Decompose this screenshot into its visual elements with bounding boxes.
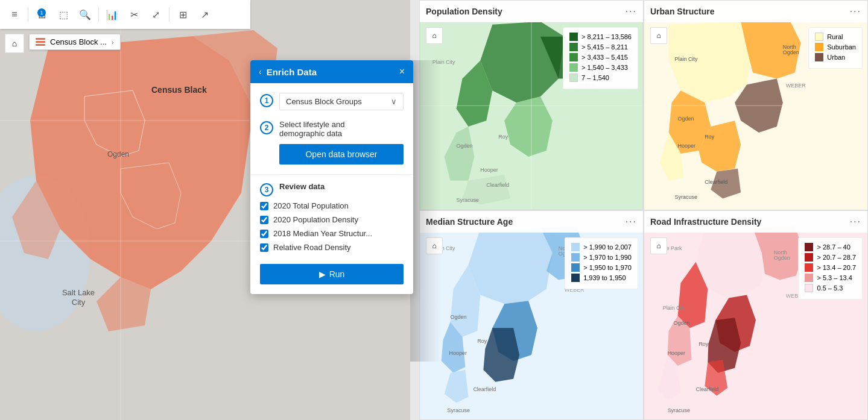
run-button[interactable]: ▶ Run <box>260 264 404 284</box>
select-icon: ⬚ <box>59 9 68 20</box>
layers-icon: ⊞ <box>179 9 187 20</box>
svg-text:Syracuse: Syracuse <box>675 194 697 200</box>
filter-button[interactable]: ⊞ 1 <box>32 5 51 24</box>
ms-legend-color-4 <box>571 274 580 282</box>
separator-2 <box>98 7 99 22</box>
svg-text:Ogden: Ogden <box>783 49 799 55</box>
step-1-number: 1 <box>260 94 273 107</box>
checkbox-road-density-input[interactable] <box>260 243 268 252</box>
svg-text:Ogden: Ogden <box>451 314 467 320</box>
checkbox-median-year-input[interactable] <box>260 230 268 238</box>
ri-card-home-button[interactable]: ⌂ <box>650 237 667 254</box>
pd-card-home-button[interactable]: ⌂ <box>426 27 443 44</box>
checkbox-median-year: 2018 Median Year Structur... <box>260 229 404 238</box>
pd-card-menu-button[interactable]: ··· <box>626 6 637 17</box>
us-legend-color-2 <box>815 43 823 51</box>
svg-text:Plain City: Plain City <box>675 56 698 62</box>
ms-legend-item-4: 1,939 to 1,950 <box>571 274 632 282</box>
ms-card-home-button[interactable]: ⌂ <box>426 237 443 254</box>
checkbox-road-density-label: Relative Road Density <box>273 243 351 252</box>
checkbox-population-density-input[interactable] <box>260 216 268 224</box>
checkbox-total-population: 2020 Total Population <box>260 201 404 210</box>
us-legend-color-3 <box>815 53 823 61</box>
svg-text:Hooper: Hooper <box>449 349 467 356</box>
pd-legend-color-2 <box>569 43 578 51</box>
step-1-dropdown-value: Census Block Groups <box>286 97 362 106</box>
us-legend-item-3: Urban <box>815 53 856 61</box>
ri-legend-item-1: > 28.7 – 40 <box>805 243 856 251</box>
svg-text:Roy: Roy <box>705 134 714 140</box>
enrich-back-button[interactable]: ‹ <box>259 67 262 77</box>
us-legend-label-1: Rural <box>827 33 843 40</box>
us-card-title: Urban Structure <box>650 7 715 16</box>
ms-card-menu-button[interactable]: ··· <box>626 216 637 227</box>
pd-legend-color-1 <box>569 33 578 41</box>
layer-selector-label: Census Block ... <box>50 37 107 46</box>
pd-legend-item-3: > 3,433 – 5,415 <box>569 53 632 61</box>
ri-legend-color-5 <box>805 284 813 292</box>
checkbox-population-density: 2020 Population Density <box>260 215 404 224</box>
toolbar: ≡ ⊞ 1 ⬚ 🔍 📊 ✂ ⤢ ⊞ ↗ <box>0 0 250 29</box>
ms-legend-color-3 <box>571 263 580 272</box>
us-legend-color-1 <box>815 33 823 41</box>
step-1-row: 1 Census Block Groups ∨ <box>260 93 404 110</box>
home-icon: ⌂ <box>656 31 661 40</box>
ms-legend-label-1: > 1,990 to 2,007 <box>583 243 632 251</box>
tools-button[interactable]: ✂ <box>124 5 144 24</box>
svg-text:Plain City: Plain City <box>663 305 686 311</box>
home-icon: ⌂ <box>432 242 436 250</box>
median-structure-age-card: Plain City North Ogden WEBER Ogden Hoope… <box>419 210 644 421</box>
panel-divider <box>250 174 413 175</box>
close-icon: × <box>399 66 405 77</box>
ri-card-menu-button[interactable]: ··· <box>850 216 861 227</box>
checkbox-list: 2020 Total Population 2020 Population De… <box>260 201 404 252</box>
ms-legend: > 1,990 to 2,007 > 1,970 to 1,990 > 1,95… <box>565 237 638 289</box>
ms-card-title: Median Structure Age <box>426 217 513 227</box>
enrich-close-button[interactable]: × <box>399 66 405 77</box>
zoom-icon: 🔍 <box>79 9 91 20</box>
svg-text:Ogden: Ogden <box>774 254 790 260</box>
enrich-panel-body: 1 Census Block Groups ∨ 2 Select lifesty… <box>250 83 413 294</box>
road-infrastructure-density-card: State Park Plain City North Ogden WEBER … <box>644 210 868 421</box>
svg-text:Salt Lake: Salt Lake <box>62 288 95 297</box>
pd-legend-label-4: > 1,540 – 3,433 <box>581 64 628 71</box>
svg-text:Roy: Roy <box>699 341 708 347</box>
enrich-panel-title: Enrich Data <box>267 67 317 77</box>
ri-legend-color-3 <box>805 263 813 272</box>
zoom-button[interactable]: 🔍 <box>75 5 95 24</box>
filter-badge: 1 <box>37 8 46 17</box>
us-card-menu-button[interactable]: ··· <box>850 6 861 17</box>
share-button[interactable]: ↗ <box>195 5 214 24</box>
chart-icon: 📊 <box>106 9 118 20</box>
layer-selector[interactable]: Census Block ... › <box>29 34 121 50</box>
open-data-browser-button[interactable]: Open data browser <box>279 144 404 165</box>
step-3-row: 3 Review data <box>260 182 404 196</box>
checkbox-total-population-input[interactable] <box>260 202 268 210</box>
ri-legend-color-2 <box>805 253 813 262</box>
pd-legend: > 8,211 – 13,586 > 5,415 – 8,211 > 3,433… <box>563 27 638 89</box>
fullscreen-button[interactable]: ⤢ <box>146 5 165 24</box>
us-card-home-button[interactable]: ⌂ <box>650 27 667 44</box>
layers-button[interactable]: ⊞ <box>173 5 192 24</box>
select-button[interactable]: ⬚ <box>54 5 73 24</box>
step-1-dropdown[interactable]: Census Block Groups ∨ <box>279 93 404 110</box>
svg-text:City: City <box>72 298 86 307</box>
us-legend-label-3: Urban <box>827 54 845 61</box>
ri-card-header: Road Infrastructure Density ··· <box>644 211 867 233</box>
ri-card-title: Road Infrastructure Density <box>650 217 761 227</box>
map-home-button[interactable]: ⌂ <box>5 34 24 53</box>
step-3-number: 3 <box>260 183 273 196</box>
ms-legend-item-3: > 1,950 to 1,970 <box>571 263 632 272</box>
ri-legend-color-1 <box>805 243 813 251</box>
pd-card-header: Population Density ··· <box>420 1 643 22</box>
svg-text:Hooper: Hooper <box>480 167 498 173</box>
step-1-content: Census Block Groups ∨ <box>279 93 404 110</box>
svg-text:Clearfield: Clearfield <box>473 386 496 392</box>
pd-legend-color-3 <box>569 53 578 61</box>
ms-legend-label-2: > 1,970 to 1,990 <box>583 254 632 261</box>
svg-text:Ogden: Ogden <box>674 320 690 326</box>
population-density-card: State Park Plain City North Ogden WEBER … <box>419 0 644 210</box>
enrich-data-panel: ‹ Enrich Data × 1 Census Block Groups ∨ … <box>250 60 413 294</box>
menu-button[interactable]: ≡ <box>5 5 24 24</box>
chart-button[interactable]: 📊 <box>103 5 122 24</box>
